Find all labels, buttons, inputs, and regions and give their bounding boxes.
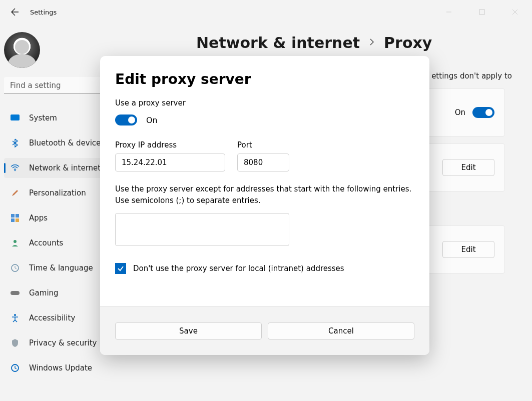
chevron-right-icon	[369, 38, 375, 48]
edit-button[interactable]: Edit	[442, 241, 494, 258]
bluetooth-icon	[10, 138, 20, 148]
exceptions-label: Use the proxy server except for addresse…	[115, 184, 414, 206]
svg-rect-14	[11, 291, 20, 295]
use-proxy-toggle[interactable]	[115, 114, 137, 126]
accessibility-icon	[10, 313, 20, 323]
user-avatar[interactable]	[4, 32, 40, 68]
save-button[interactable]: Save	[115, 322, 262, 340]
use-proxy-label: Use a proxy server	[115, 98, 414, 108]
breadcrumb-current: Proxy	[384, 34, 432, 52]
app-title: Settings	[30, 8, 57, 16]
wifi-icon	[10, 163, 20, 173]
dialog-title: Edit proxy server	[115, 71, 414, 88]
maximize-icon	[479, 9, 485, 15]
svg-point-5	[15, 170, 16, 171]
svg-rect-1	[479, 10, 484, 14]
breadcrumb-parent[interactable]: Network & internet	[196, 34, 360, 52]
paintbrush-icon	[10, 188, 20, 198]
cancel-button[interactable]: Cancel	[268, 322, 414, 340]
breadcrumb: Network & internet Proxy	[196, 34, 517, 52]
edit-button[interactable]: Edit	[442, 159, 494, 176]
update-icon	[10, 363, 20, 373]
svg-line-13	[15, 268, 17, 269]
globe-clock-icon	[10, 263, 20, 273]
sidebar-item-label: Time & language	[29, 264, 93, 272]
sidebar-item-label: Accounts	[29, 238, 63, 248]
svg-rect-9	[16, 218, 19, 222]
sidebar-item-label: Apps	[29, 214, 48, 222]
proxy-port-input[interactable]	[237, 154, 289, 172]
back-button[interactable]	[9, 6, 21, 18]
sidebar-item-label: Network & internet	[29, 164, 101, 172]
sidebar-item-label: Personalization	[29, 188, 86, 198]
arrow-left-icon	[11, 8, 19, 16]
maximize-button[interactable]	[473, 5, 491, 19]
sidebar-item-label: Gaming	[29, 288, 59, 298]
display-icon	[10, 113, 20, 123]
svg-rect-7	[16, 214, 19, 218]
gamepad-icon	[10, 288, 20, 298]
sidebar-item-windows-update[interactable]: Windows Update	[4, 358, 148, 378]
svg-rect-4	[11, 114, 20, 120]
minimize-icon	[446, 9, 452, 15]
sidebar-item-label: Accessibility	[29, 314, 75, 322]
shield-icon	[10, 338, 20, 348]
svg-point-10	[14, 240, 17, 243]
svg-rect-8	[11, 218, 15, 222]
apps-icon	[10, 213, 20, 223]
minimize-button[interactable]	[440, 5, 458, 19]
close-icon	[512, 9, 518, 15]
edit-proxy-dialog: Edit proxy server Use a proxy server On …	[100, 56, 429, 355]
toggle-state-label: On	[146, 116, 158, 125]
proxy-ip-input[interactable]	[115, 154, 225, 172]
sidebar-item-label: Privacy & security	[29, 338, 97, 348]
local-bypass-checkbox[interactable]	[115, 263, 126, 274]
exceptions-input[interactable]	[115, 213, 289, 246]
local-bypass-label: Don't use the proxy server for local (in…	[133, 264, 344, 273]
sidebar-item-label: System	[29, 114, 57, 122]
toggle-switch[interactable]	[472, 107, 494, 118]
svg-point-15	[14, 314, 16, 316]
person-icon	[10, 238, 20, 248]
window-controls	[440, 5, 527, 19]
titlebar: Settings	[0, 0, 532, 24]
port-label: Port	[237, 140, 289, 150]
ip-label: Proxy IP address	[115, 140, 225, 150]
close-button[interactable]	[506, 5, 524, 19]
toggle-label: On	[455, 108, 465, 117]
sidebar-item-label: Bluetooth & devices	[29, 138, 105, 148]
svg-rect-6	[11, 214, 15, 218]
sidebar-item-label: Windows Update	[29, 364, 92, 372]
check-icon	[117, 265, 124, 272]
